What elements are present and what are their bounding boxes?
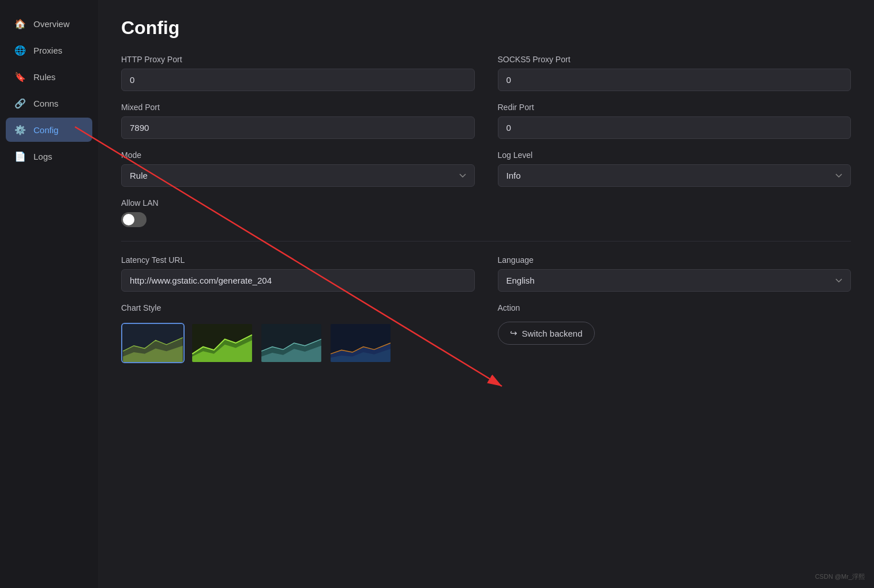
chart-style-grid <box>121 323 475 363</box>
sidebar-label-logs: Logs <box>33 152 52 161</box>
http-proxy-port-input[interactable] <box>121 69 475 91</box>
log-level-group: Log Level Info Debug Warning Error Silen… <box>498 150 852 187</box>
chart-thumb-1[interactable] <box>121 323 185 363</box>
config-icon: ⚙️ <box>14 123 27 136</box>
main-content: Config HTTP Proxy Port SOCKS5 Proxy Port… <box>98 0 874 588</box>
toggle-knob <box>123 214 134 225</box>
mixed-port-group: Mixed Port <box>121 103 475 139</box>
log-level-label: Log Level <box>498 150 852 160</box>
redir-port-label: Redir Port <box>498 103 852 112</box>
divider <box>121 241 851 242</box>
language-group: Language English 中文 <box>498 255 852 292</box>
allow-lan-toggle[interactable] <box>121 212 147 227</box>
chart-style-label: Chart Style <box>121 303 475 312</box>
watermark: CSDN @Mr_浮熙 <box>815 572 865 581</box>
chart-thumb-2[interactable] <box>190 323 254 363</box>
chart-thumb-4[interactable] <box>329 323 392 363</box>
sidebar: 🏠 Overview 🌐 Proxies 🔖 Rules 🔗 Conns ⚙️ … <box>0 0 98 588</box>
http-proxy-port-group: HTTP Proxy Port <box>121 55 475 91</box>
language-label: Language <box>498 255 852 265</box>
latency-test-url-label: Latency Test URL <box>121 255 475 265</box>
socks5-proxy-port-input[interactable] <box>498 69 852 91</box>
mode-group: Mode Rule Global Direct <box>121 150 475 187</box>
redir-port-input[interactable] <box>498 116 852 139</box>
sidebar-item-rules[interactable]: 🔖 Rules <box>6 65 92 89</box>
mixed-port-input[interactable] <box>121 116 475 139</box>
socks5-proxy-port-label: SOCKS5 Proxy Port <box>498 55 852 64</box>
allow-lan-group: Allow LAN <box>121 198 475 227</box>
allow-lan-label: Allow LAN <box>121 198 475 208</box>
log-level-select[interactable]: Info Debug Warning Error Silent <box>498 164 852 187</box>
sidebar-item-config[interactable]: ⚙️ Config <box>6 118 92 142</box>
switch-backend-label: Switch backend <box>522 329 583 338</box>
switch-backend-icon: ↪ <box>510 328 517 338</box>
redir-port-group: Redir Port <box>498 103 852 139</box>
overview-icon: 🏠 <box>14 17 27 30</box>
switch-backend-button[interactable]: ↪ Switch backend <box>498 322 595 345</box>
sidebar-item-logs[interactable]: 📄 Logs <box>6 144 92 168</box>
page-title: Config <box>121 17 851 39</box>
chart-style-group: Chart Style <box>121 303 475 363</box>
mode-select[interactable]: Rule Global Direct <box>121 164 475 187</box>
logs-icon: 📄 <box>14 150 27 163</box>
sidebar-label-overview: Overview <box>33 19 70 29</box>
conns-icon: 🔗 <box>14 97 27 110</box>
proxies-icon: 🌐 <box>14 44 27 56</box>
action-label: Action <box>498 303 852 312</box>
socks5-proxy-port-group: SOCKS5 Proxy Port <box>498 55 852 91</box>
chart-thumb-3[interactable] <box>260 323 323 363</box>
action-group: Action ↪ Switch backend <box>498 303 852 363</box>
language-select[interactable]: English 中文 <box>498 269 852 292</box>
sidebar-label-conns: Conns <box>33 99 58 108</box>
sidebar-item-conns[interactable]: 🔗 Conns <box>6 91 92 115</box>
sidebar-label-config: Config <box>33 125 58 135</box>
http-proxy-port-label: HTTP Proxy Port <box>121 55 475 64</box>
latency-test-url-group: Latency Test URL <box>121 255 475 292</box>
mode-label: Mode <box>121 150 475 160</box>
sidebar-item-overview[interactable]: 🏠 Overview <box>6 12 92 36</box>
spacer-group <box>498 198 852 227</box>
sidebar-label-rules: Rules <box>33 72 55 82</box>
sidebar-item-proxies[interactable]: 🌐 Proxies <box>6 38 92 62</box>
rules-icon: 🔖 <box>14 70 27 83</box>
sidebar-label-proxies: Proxies <box>33 46 62 55</box>
latency-test-url-input[interactable] <box>121 269 475 292</box>
mixed-port-label: Mixed Port <box>121 103 475 112</box>
